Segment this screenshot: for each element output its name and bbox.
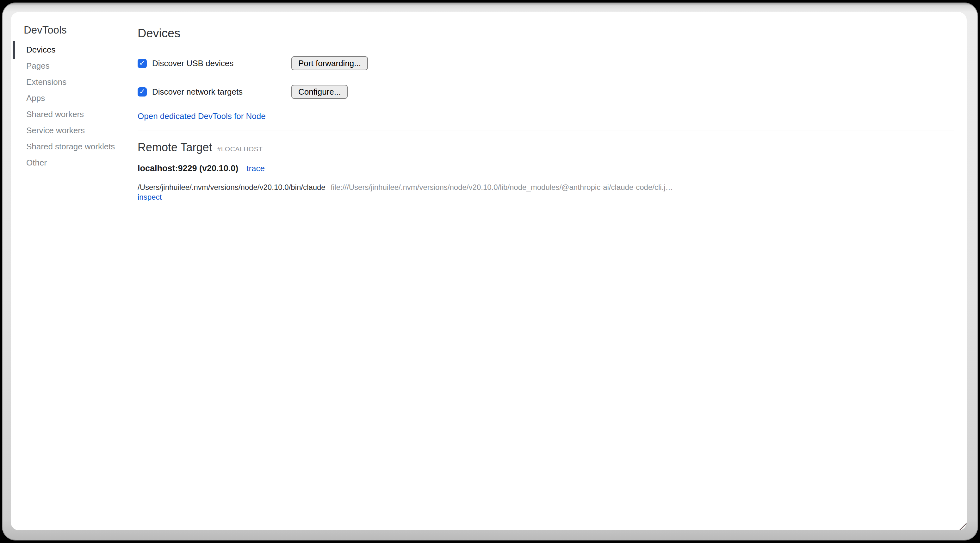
app-window: DevTools Devices Pages Extensions Apps S… (2, 3, 978, 540)
sidebar-title: DevTools (24, 24, 138, 37)
selection-indicator (13, 41, 15, 59)
trace-link[interactable]: trace (247, 163, 265, 174)
sidebar-item-label: Devices (26, 45, 56, 55)
sidebar: DevTools Devices Pages Extensions Apps S… (11, 12, 138, 530)
remote-target-header: Remote Target #LOCALHOST (138, 140, 954, 154)
configure-button[interactable]: Configure... (291, 85, 348, 99)
discover-usb-label: Discover USB devices (152, 59, 234, 68)
open-node-devtools-link[interactable]: Open dedicated DevTools for Node (138, 111, 266, 121)
target-binary-path: /Users/jinhuilee/.nvm/versions/node/v20.… (138, 183, 326, 191)
check-icon: ✓ (139, 59, 145, 67)
sidebar-item-devices[interactable]: Devices (11, 42, 138, 58)
discover-usb-checkbox[interactable]: ✓ (138, 59, 147, 68)
inspect-link[interactable]: inspect (138, 193, 162, 201)
remote-target-tag: #LOCALHOST (217, 145, 262, 153)
discover-usb-row: ✓ Discover USB devices Port forwarding..… (138, 56, 954, 70)
sidebar-item-label: Apps (26, 93, 45, 103)
sidebar-item-pages[interactable]: Pages (11, 58, 138, 74)
target-file-url: file:///Users/jinhuilee/.nvm/versions/no… (331, 183, 673, 191)
discover-network-row: ✓ Discover network targets Configure... (138, 85, 954, 99)
sidebar-item-apps[interactable]: Apps (11, 90, 138, 106)
discover-network-label: Discover network targets (152, 87, 243, 97)
sidebar-item-label: Shared workers (26, 110, 84, 119)
devtools-inspect-page: DevTools Devices Pages Extensions Apps S… (11, 12, 967, 530)
remote-target-title: Remote Target (138, 140, 212, 154)
sidebar-item-extensions[interactable]: Extensions (11, 74, 138, 90)
sidebar-nav: Devices Pages Extensions Apps Shared wor… (11, 42, 138, 171)
check-icon: ✓ (139, 88, 145, 95)
target-path-line: /Users/jinhuilee/.nvm/versions/node/v20.… (138, 182, 954, 192)
discover-usb-label-group: ✓ Discover USB devices (138, 59, 291, 68)
sidebar-item-service-workers[interactable]: Service workers (11, 123, 138, 139)
node-devtools-row: Open dedicated DevTools for Node (138, 111, 954, 122)
page-title: Devices (138, 26, 954, 40)
target-name: localhost:9229 (v20.10.0) (138, 163, 238, 174)
divider (138, 44, 954, 44)
target-name-row: localhost:9229 (v20.10.0) trace (138, 163, 954, 174)
discover-network-label-group: ✓ Discover network targets (138, 87, 291, 97)
port-forwarding-button[interactable]: Port forwarding... (291, 56, 368, 70)
sidebar-item-label: Pages (26, 61, 50, 71)
sidebar-item-shared-storage-worklets[interactable]: Shared storage worklets (11, 139, 138, 155)
sidebar-item-label: Extensions (26, 77, 67, 87)
discover-network-checkbox[interactable]: ✓ (138, 88, 147, 97)
sidebar-item-other[interactable]: Other (11, 155, 138, 171)
sidebar-item-label: Shared storage worklets (26, 142, 115, 151)
sidebar-item-shared-workers[interactable]: Shared workers (11, 106, 138, 123)
target-details: /Users/jinhuilee/.nvm/versions/node/v20.… (138, 182, 954, 202)
sidebar-item-label: Other (26, 158, 47, 168)
sidebar-item-label: Service workers (26, 126, 85, 135)
divider (138, 130, 954, 131)
main-panel: Devices ✓ Discover USB devices Port forw… (138, 12, 967, 530)
